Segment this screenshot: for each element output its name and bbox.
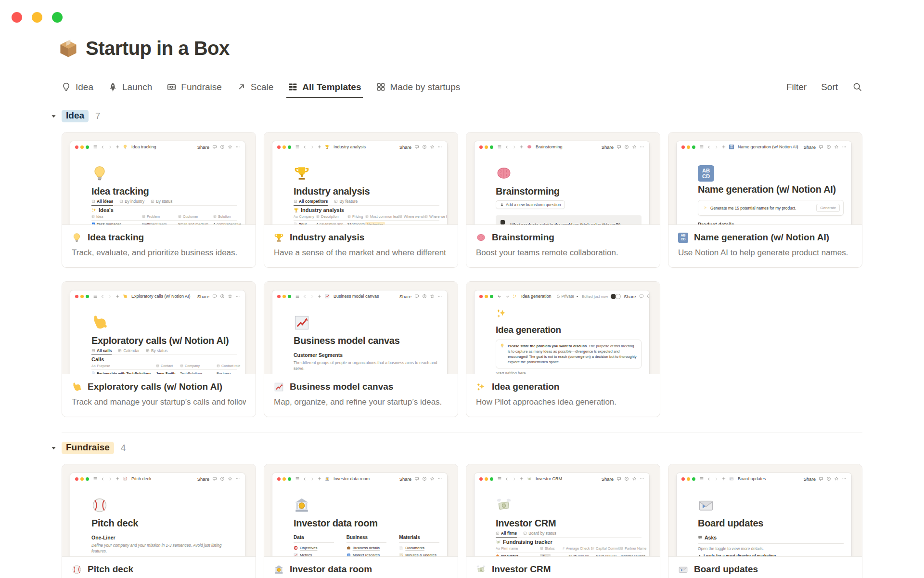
- preview-titlebar: Investor data roomShare: [272, 473, 447, 485]
- plus-icon: [115, 144, 120, 149]
- zoom-window-button[interactable]: [52, 12, 63, 23]
- preview-page-title: Industry analysis: [294, 185, 439, 197]
- preview-page-title: Pitch deck: [91, 517, 237, 529]
- preview-window-controls: [75, 295, 89, 298]
- clock-icon: [422, 476, 427, 481]
- tab-scale[interactable]: Scale: [236, 76, 274, 98]
- dots-icon: [437, 144, 442, 149]
- plus-icon: [317, 476, 322, 481]
- section-collapse-toggle[interactable]: [50, 445, 57, 452]
- template-card-exploratory-calls[interactable]: Exploratory calls (w/ Notion AI)ShareExp…: [62, 281, 256, 417]
- tab-idea[interactable]: Idea: [61, 76, 93, 98]
- column-header: Most common features: [365, 214, 399, 219]
- chevron-left-icon: [303, 294, 307, 299]
- preview-view-tab: By status: [146, 348, 167, 355]
- template-card-investor-crm[interactable]: Investor CRMShareInvestor CRMAll firmsBo…: [466, 464, 660, 578]
- tab-launch[interactable]: Launch: [108, 76, 152, 98]
- template-card-brainstorming[interactable]: BrainstormingShareBrainstormingAdd a new…: [466, 132, 660, 268]
- comment-icon: [212, 294, 217, 299]
- preview-page-title: Idea generation: [496, 324, 642, 336]
- card-footer: Business model canvasMap, organize, and …: [264, 374, 458, 417]
- card-footer: Investor CRM: [466, 556, 660, 578]
- preview-titlebar-actions: Share: [197, 144, 240, 150]
- envelope-icon: [729, 476, 734, 481]
- column-header: Idea: [91, 214, 142, 219]
- mini-window: Exploratory calls (w/ Notion AI)ShareExp…: [70, 290, 245, 375]
- close-window-button[interactable]: [12, 12, 22, 23]
- preview-view-tabs: All firmsBoard by status: [496, 531, 642, 538]
- money-icon: [476, 565, 486, 575]
- template-card-investor-data-room[interactable]: Investor data roomShareInvestor data roo…: [264, 464, 458, 578]
- preview-titlebar-actions: Share: [399, 476, 442, 482]
- share-button: Share: [804, 144, 816, 150]
- preview-page-icon: [91, 497, 237, 515]
- mini-window: BrainstormingShareBrainstormingAdd a new…: [475, 141, 649, 225]
- preview-body: Pitch deckOne-LinerDefine your company a…: [70, 485, 245, 557]
- preview-titlebar-actions: Share: [602, 144, 644, 150]
- card-description: Use Notion AI to help generate product n…: [678, 248, 852, 258]
- section-count: 4: [121, 443, 126, 453]
- template-card-pitch-deck[interactable]: Pitch deckSharePitch deckOne-LinerDefine…: [62, 464, 256, 578]
- comment-icon: [414, 144, 419, 149]
- preview-page-title: Investor data room: [294, 517, 439, 529]
- template-card-name-generation[interactable]: ABCDName generation (w/ Notion AI)ShareA…: [668, 132, 862, 268]
- tab-fundraise[interactable]: Fundraise: [167, 76, 222, 98]
- preview-titlebar: Board updatesShare: [677, 473, 851, 485]
- clock-icon: [624, 144, 629, 149]
- table-mini-icon: [91, 199, 95, 203]
- preview-paragraph: The different groups of people or organi…: [294, 360, 439, 371]
- preview-tab-title: Board updates: [738, 476, 766, 481]
- preview-window-controls: [479, 477, 493, 481]
- template-card-idea-generation[interactable]: Idea generationPrivateEdited just nowSha…: [466, 281, 660, 417]
- chevron-left-icon: [303, 477, 307, 481]
- preview-db-title: Idea's: [91, 207, 237, 213]
- preview-page-icon: ABCD: [698, 165, 844, 182]
- bank-icon: [294, 497, 310, 513]
- star-icon: [430, 144, 435, 149]
- preview-question-block: What products exist in the world we thin…: [496, 215, 642, 225]
- dots-icon: [640, 144, 644, 149]
- table-mini-icon: [118, 349, 122, 353]
- generate-button: Generate: [816, 204, 840, 212]
- tab-made-by-startups[interactable]: Made by startups: [376, 76, 461, 98]
- template-card-business-model-canvas[interactable]: Business model canvasShareBusiness model…: [264, 281, 458, 417]
- ai-prompt-text: Generate me 15 potential names for my pr…: [710, 206, 796, 210]
- column-header: Where we win: [399, 214, 424, 219]
- card-title: Business model canvas: [290, 381, 393, 392]
- template-card-board-updates[interactable]: Board updatesShareBoard updatesAsksOpen …: [668, 464, 862, 578]
- section-label-badge: Fundraise: [62, 442, 114, 454]
- preview-body: ABCDName generation (w/ Notion AI)Genera…: [677, 153, 851, 225]
- comment-icon: [414, 476, 419, 481]
- card-footer: Investor data room: [264, 556, 458, 578]
- preview-db-title: Calls: [91, 356, 237, 363]
- preview-body: Exploratory calls (w/ Notion AI)All call…: [70, 302, 245, 375]
- trophy-icon: [274, 233, 284, 243]
- preview-db-title: Fundraising tracker: [496, 539, 642, 545]
- money-icon: [527, 476, 532, 481]
- template-grid: Idea trackingShareIdea trackingAll ideas…: [62, 132, 862, 417]
- card-title: Idea generation: [492, 381, 559, 392]
- preview-callout: Please state the problem you want to dis…: [496, 340, 642, 368]
- preview-titlebar-actions: Edited just nowShare: [582, 294, 649, 299]
- minimize-window-button[interactable]: [32, 12, 42, 23]
- plus-icon: [317, 144, 322, 149]
- column-header: AaPurpose: [91, 364, 156, 368]
- preview-view-tabs: All competitorsBy feature: [294, 199, 439, 206]
- template-card-idea-tracking[interactable]: Idea trackingShareIdea trackingAll ideas…: [62, 132, 256, 268]
- template-card-industry-analysis[interactable]: Industry analysisShareIndustry analysisA…: [264, 132, 458, 268]
- tab-all-templates[interactable]: All Templates: [288, 76, 361, 98]
- sort-button[interactable]: Sort: [821, 82, 838, 92]
- share-button: Share: [399, 294, 411, 299]
- column-header: Problem: [142, 214, 178, 219]
- card-title: Investor data room: [290, 564, 372, 575]
- preview-body: Investor data roomDataObjectivesMetricsB…: [272, 485, 447, 557]
- card-footer: ABCDName generation (w/ Notion AI)Use No…: [668, 224, 862, 267]
- menu-icon: [699, 144, 704, 149]
- share-button: Share: [197, 144, 209, 150]
- search-icon[interactable]: [852, 82, 862, 92]
- table-mini-icon: [365, 215, 369, 218]
- preview-window-controls: [479, 295, 493, 298]
- filter-button[interactable]: Filter: [786, 82, 807, 92]
- section-collapse-toggle[interactable]: [50, 113, 57, 120]
- table-mini-icon: [156, 364, 159, 368]
